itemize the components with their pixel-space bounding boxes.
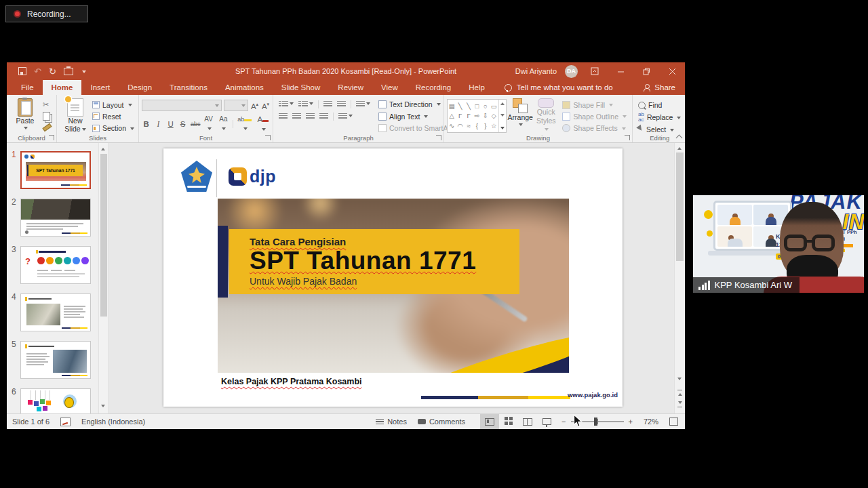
collapse-ribbon-button[interactable] bbox=[676, 134, 682, 140]
recording-indicator[interactable]: Recording... bbox=[5, 5, 88, 22]
align-right-icon[interactable] bbox=[306, 113, 315, 120]
slide-hero-photo[interactable]: Tata Cara Pengisian SPT Tahunan 1771 Unt… bbox=[218, 199, 569, 373]
shapes-gallery[interactable]: ▤╲╲□○▭ △ΓΓ⇨⇩◇ ∿◠≈{}☆ bbox=[447, 99, 507, 133]
font-dialog-launcher[interactable] bbox=[265, 135, 271, 140]
change-case-button[interactable]: Aa bbox=[218, 115, 229, 134]
tab-review[interactable]: Review bbox=[329, 80, 372, 95]
bold-button[interactable]: B bbox=[142, 119, 151, 129]
customize-qat-icon[interactable] bbox=[82, 70, 86, 75]
layout-button[interactable]: Layout bbox=[91, 100, 136, 110]
slide-4-thumbnail[interactable] bbox=[20, 293, 91, 331]
tab-home[interactable]: Home bbox=[43, 80, 82, 95]
shapes-gallery-scrollbar[interactable] bbox=[498, 100, 506, 132]
redo-icon[interactable]: ↻ bbox=[49, 67, 56, 76]
restore-button[interactable] bbox=[637, 63, 655, 79]
font-color-button[interactable]: A bbox=[256, 115, 270, 134]
format-painter-icon[interactable] bbox=[42, 123, 52, 131]
italic-button[interactable]: I bbox=[154, 119, 163, 129]
undo-icon[interactable]: ↶ bbox=[34, 67, 41, 76]
increase-indent-icon[interactable] bbox=[337, 101, 346, 108]
clipboard-dialog-launcher[interactable] bbox=[49, 135, 54, 140]
share-button[interactable]: Share bbox=[643, 80, 685, 95]
zoom-out-button[interactable]: − bbox=[561, 418, 566, 426]
cut-icon[interactable]: ✂ bbox=[43, 100, 52, 109]
slide-5-thumbnail[interactable] bbox=[20, 341, 91, 379]
notes-button[interactable]: Notes bbox=[370, 414, 412, 429]
paragraph-dialog-launcher[interactable] bbox=[436, 135, 441, 140]
new-slide-button[interactable]: New Slide bbox=[60, 97, 91, 134]
scroll-handle[interactable] bbox=[676, 152, 684, 261]
spellcheck-button[interactable] bbox=[55, 414, 76, 429]
arrange-button[interactable]: Arrange bbox=[507, 97, 534, 134]
numbering-button[interactable] bbox=[298, 101, 313, 108]
character-spacing-button[interactable]: AV bbox=[203, 115, 214, 134]
underline-button[interactable]: U bbox=[166, 119, 175, 129]
fit-slide-button[interactable] bbox=[664, 414, 685, 429]
minimize-button[interactable] bbox=[612, 63, 629, 79]
columns-button[interactable] bbox=[338, 113, 353, 120]
account-name[interactable]: Dwi Ariyanto bbox=[515, 67, 557, 75]
language-button[interactable]: English (Indonesia) bbox=[76, 414, 151, 429]
thumb-scroll-up-icon[interactable] bbox=[101, 146, 105, 150]
strikethrough-button[interactable]: S bbox=[178, 119, 187, 129]
section-button[interactable]: Section bbox=[91, 123, 136, 134]
thumb-scroll-down-icon[interactable] bbox=[101, 405, 105, 409]
shape-outline-button[interactable]: Shape Outline bbox=[561, 111, 628, 121]
tell-me-box[interactable]: Tell me what you want to do bbox=[505, 80, 613, 95]
bullets-button[interactable] bbox=[279, 101, 294, 108]
line-spacing-button[interactable] bbox=[356, 101, 370, 108]
normal-view-button[interactable] bbox=[480, 414, 499, 429]
zoom-slider-handle[interactable] bbox=[594, 418, 597, 426]
zoom-in-button[interactable]: + bbox=[629, 418, 633, 426]
clear-formatting-button[interactable]: abc bbox=[191, 119, 199, 129]
slide-1-thumbnail[interactable]: SPT Tahunan 1771 bbox=[20, 151, 91, 189]
title-banner[interactable]: Tata Cara Pengisian SPT Tahunan 1771 Unt… bbox=[229, 229, 519, 294]
select-button[interactable]: Select bbox=[637, 124, 682, 135]
align-center-icon[interactable] bbox=[292, 113, 301, 120]
slide-canvas[interactable]: djp Tata Cara Pengisian SPT Tahunan 1771… bbox=[109, 143, 674, 413]
decrease-indent-icon[interactable] bbox=[323, 101, 332, 108]
tab-view[interactable]: View bbox=[372, 80, 407, 95]
comments-button[interactable]: Comments bbox=[412, 414, 471, 429]
tab-insert[interactable]: Insert bbox=[81, 80, 119, 95]
save-icon[interactable] bbox=[18, 67, 26, 75]
slide-3-thumbnail[interactable]: ? bbox=[20, 246, 91, 284]
paste-button[interactable]: Paste bbox=[9, 97, 41, 134]
shape-effects-button[interactable]: Shape Effects bbox=[561, 123, 628, 134]
tab-design[interactable]: Design bbox=[119, 80, 161, 95]
quick-styles-button[interactable]: Quick Styles bbox=[534, 97, 558, 134]
slide-6-thumbnail[interactable] bbox=[20, 388, 91, 415]
shrink-font-button[interactable]: A▾ bbox=[261, 100, 270, 111]
slide-2-thumbnail[interactable] bbox=[20, 199, 91, 237]
slide-1-editor[interactable]: djp Tata Cara Pengisian SPT Tahunan 1771… bbox=[163, 148, 623, 407]
highlight-button[interactable]: ab bbox=[237, 115, 253, 134]
slide-kicker[interactable]: Tata Cara Pengisian bbox=[250, 236, 519, 247]
scroll-up-icon[interactable] bbox=[677, 145, 682, 150]
drawing-dialog-launcher[interactable] bbox=[625, 135, 630, 140]
tab-help[interactable]: Help bbox=[460, 80, 494, 95]
tab-recording[interactable]: Recording bbox=[407, 80, 460, 95]
thumbnail-scrollbar[interactable] bbox=[98, 143, 108, 413]
replace-button[interactable]: abacReplace bbox=[637, 112, 682, 123]
shape-fill-button[interactable]: Shape Fill bbox=[561, 100, 628, 110]
scroll-down-icon[interactable] bbox=[677, 378, 682, 382]
slideshow-view-button[interactable] bbox=[537, 414, 556, 429]
font-name-combo[interactable] bbox=[142, 100, 222, 111]
tab-slideshow[interactable]: Slide Show bbox=[273, 80, 330, 95]
justify-icon[interactable] bbox=[319, 113, 328, 120]
next-slide-button[interactable] bbox=[677, 401, 682, 409]
previous-slide-button[interactable] bbox=[677, 389, 682, 396]
slide-footer-text[interactable]: Kelas Pajak KPP Pratama Kosambi bbox=[221, 377, 362, 386]
reading-view-button[interactable] bbox=[518, 414, 537, 429]
font-size-combo[interactable] bbox=[224, 100, 248, 111]
grow-font-button[interactable]: A▴ bbox=[250, 100, 259, 111]
avatar[interactable]: DA bbox=[565, 65, 578, 78]
tab-file[interactable]: File bbox=[12, 80, 43, 95]
slide-subtitle[interactable]: Untuk Wajib Pajak Badan bbox=[250, 276, 519, 287]
close-button[interactable] bbox=[663, 63, 681, 79]
webcam-video[interactable]: PAJAK ONLINE Kamis, 12 Agustus 2021 09.0… bbox=[693, 195, 864, 293]
copy-icon[interactable] bbox=[43, 112, 50, 121]
slide-title[interactable]: SPT Tahunan 1771 bbox=[250, 247, 519, 274]
zoom-level[interactable]: 72% bbox=[638, 414, 664, 429]
thumb-scroll-handle[interactable] bbox=[100, 154, 107, 317]
